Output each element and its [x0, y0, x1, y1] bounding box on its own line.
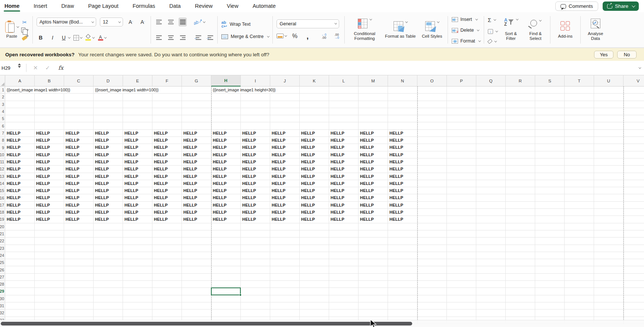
column-header-L[interactable]: L: [329, 75, 359, 87]
cell-F24[interactable]: [152, 252, 182, 259]
cell-U6[interactable]: [594, 122, 624, 129]
cell-D9[interactable]: HELLP: [94, 144, 123, 151]
cell-R5[interactable]: [506, 115, 535, 122]
cell-L1[interactable]: [329, 87, 359, 94]
cell-J4[interactable]: [270, 108, 300, 115]
cell-V7[interactable]: [624, 130, 644, 137]
cell-P31[interactable]: [447, 302, 476, 309]
row-header-21[interactable]: 21: [0, 230, 5, 238]
cell-Q24[interactable]: [476, 252, 506, 259]
cell-H5[interactable]: [211, 115, 241, 122]
cell-P13[interactable]: [447, 173, 476, 180]
cell-S8[interactable]: [535, 137, 565, 144]
cell-O17[interactable]: [417, 202, 447, 209]
cell-L28[interactable]: [329, 281, 359, 288]
cell-Q6[interactable]: [476, 122, 506, 129]
cell-T4[interactable]: [565, 108, 594, 115]
cell-J9[interactable]: HELLP: [270, 144, 300, 151]
cell-H30[interactable]: [211, 295, 241, 302]
cell-V11[interactable]: [624, 158, 644, 166]
cell-A30[interactable]: [5, 295, 35, 302]
copy-button[interactable]: [20, 26, 29, 34]
format-painter-button[interactable]: [20, 34, 29, 42]
cell-D4[interactable]: [94, 108, 123, 115]
orientation-button[interactable]: ab↗: [193, 18, 205, 26]
cell-S21[interactable]: [535, 230, 565, 238]
cell-B12[interactable]: HELLP: [35, 166, 64, 173]
cell-B9[interactable]: HELLP: [35, 144, 64, 151]
cell-M22[interactable]: [359, 238, 388, 245]
cell-F17[interactable]: HELLP: [152, 202, 182, 209]
cell-E32[interactable]: [123, 309, 152, 317]
cell-M3[interactable]: [359, 101, 388, 108]
cell-L32[interactable]: [329, 309, 359, 317]
cell-H7[interactable]: HELLP: [211, 130, 241, 137]
cell-Q32[interactable]: [476, 309, 506, 317]
menu-tab-draw[interactable]: Draw: [61, 0, 75, 12]
cell-N4[interactable]: [388, 108, 417, 115]
cell-O3[interactable]: [417, 101, 447, 108]
cell-L10[interactable]: HELLP: [329, 151, 359, 158]
menu-tab-data[interactable]: Data: [168, 0, 181, 12]
cell-V12[interactable]: [624, 166, 644, 173]
cell-M15[interactable]: HELLP: [359, 187, 388, 194]
cell-A11[interactable]: HELLP: [5, 158, 35, 166]
accounting-format-button[interactable]: [277, 32, 286, 41]
cell-K23[interactable]: [300, 245, 329, 252]
cell-P19[interactable]: [447, 216, 476, 223]
cell-V3[interactable]: [624, 101, 644, 108]
cell-C16[interactable]: HELLP: [64, 194, 94, 201]
cell-Q1[interactable]: [476, 87, 506, 94]
align-top-button[interactable]: [155, 18, 163, 26]
cell-Q27[interactable]: [476, 274, 506, 281]
cell-B30[interactable]: [35, 295, 64, 302]
cell-B14[interactable]: HELLP: [35, 180, 64, 187]
cell-C14[interactable]: HELLP: [64, 180, 94, 187]
cell-G15[interactable]: HELLP: [182, 187, 211, 194]
cell-T7[interactable]: [565, 130, 594, 137]
cell-O12[interactable]: [417, 166, 447, 173]
cell-K11[interactable]: HELLP: [300, 158, 329, 166]
cell-G20[interactable]: [182, 223, 211, 230]
cell-Q29[interactable]: [476, 288, 506, 295]
cell-R13[interactable]: [506, 173, 535, 180]
addins-button[interactable]: Add-ins: [554, 21, 577, 39]
cell-E13[interactable]: HELLP: [123, 173, 152, 180]
fill-handle[interactable]: [239, 294, 242, 296]
cell-L2[interactable]: [329, 94, 359, 101]
row-header-20[interactable]: 20: [0, 223, 5, 230]
cell-M18[interactable]: HELLP: [359, 209, 388, 216]
cell-J5[interactable]: [270, 115, 300, 122]
menu-tab-view[interactable]: View: [226, 0, 239, 12]
cell-K14[interactable]: HELLP: [300, 180, 329, 187]
cell-A32[interactable]: [5, 309, 35, 317]
cell-V25[interactable]: [624, 259, 644, 266]
cell-V14[interactable]: [624, 180, 644, 187]
cell-K10[interactable]: HELLP: [300, 151, 329, 158]
cell-P4[interactable]: [447, 108, 476, 115]
cell-H2[interactable]: [211, 94, 241, 101]
underline-button[interactable]: U: [60, 33, 70, 42]
cell-L18[interactable]: HELLP: [329, 209, 359, 216]
cell-M23[interactable]: [359, 245, 388, 252]
cell-T29[interactable]: [565, 288, 594, 295]
cell-S7[interactable]: [535, 130, 565, 137]
cell-F31[interactable]: [152, 302, 182, 309]
cell-U27[interactable]: [594, 274, 624, 281]
column-header-H[interactable]: H: [211, 75, 241, 87]
cell-M11[interactable]: HELLP: [359, 158, 388, 166]
cell-I14[interactable]: HELLP: [241, 180, 270, 187]
cell-D5[interactable]: [94, 115, 123, 122]
cell-T6[interactable]: [565, 122, 594, 129]
cell-H25[interactable]: [211, 259, 241, 266]
cell-M20[interactable]: [359, 223, 388, 230]
cell-Q9[interactable]: [476, 144, 506, 151]
row-header-30[interactable]: 30: [0, 295, 5, 302]
cell-O22[interactable]: [417, 238, 447, 245]
no-button[interactable]: No: [617, 51, 637, 59]
cell-S18[interactable]: [535, 209, 565, 216]
format-as-table-button[interactable]: Format as Table: [384, 21, 416, 39]
cell-F10[interactable]: HELLP: [152, 151, 182, 158]
cell-J8[interactable]: HELLP: [270, 137, 300, 144]
cell-J23[interactable]: [270, 245, 300, 252]
